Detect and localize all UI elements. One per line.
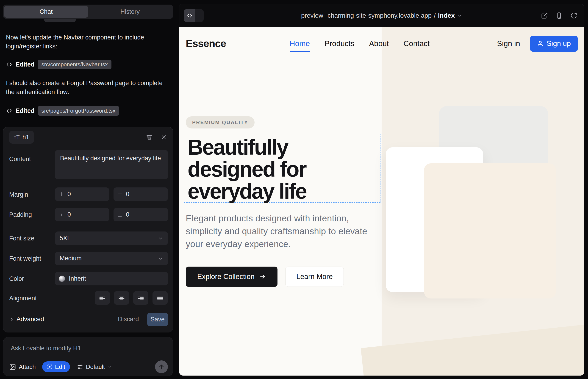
edited-label: Edited <box>15 61 35 68</box>
user-icon <box>537 40 543 47</box>
font-weight-label: Font weight <box>9 255 41 262</box>
quality-badge: PREMIUM QUALITY <box>186 116 255 128</box>
align-justify-icon[interactable] <box>153 291 168 305</box>
preview-browser-window: preview--charming-site-symphony.lovable.… <box>179 4 584 376</box>
refresh-icon[interactable] <box>570 12 577 19</box>
edit-mode-button[interactable]: Edit <box>42 361 70 372</box>
nav-link-home[interactable]: Home <box>290 39 310 48</box>
chat-panel: Chat History Now let's update the Navbar… <box>0 0 179 379</box>
margin-horizontal-icon <box>59 191 64 197</box>
tab-history[interactable]: History <box>88 6 172 18</box>
typography-icon: тT <box>14 134 20 141</box>
margin-x-input[interactable] <box>67 191 106 198</box>
hero-cta-row: Explore Collection Learn More <box>186 267 344 287</box>
color-swatch-icon <box>59 276 65 282</box>
url-separator: / <box>434 12 436 19</box>
file-badge[interactable]: src/pages/ForgotPassword.tsx <box>38 106 119 116</box>
align-center-icon[interactable] <box>114 291 129 305</box>
padding-y-field[interactable] <box>113 208 168 221</box>
address-bar[interactable]: preview--charming-site-symphony.lovable.… <box>179 4 584 27</box>
edited-file-row: Edited src/components/Navbar.tsx <box>6 59 111 70</box>
padding-label: Padding <box>9 211 32 218</box>
decorative-card-beige <box>424 163 556 299</box>
chevron-right-icon <box>9 317 14 322</box>
composer-input[interactable] <box>11 345 164 352</box>
padding-vertical-icon <box>117 212 123 218</box>
selected-element-tag: тT h1 <box>9 131 34 144</box>
nav-link-products[interactable]: Products <box>325 39 354 48</box>
trash-icon[interactable] <box>144 132 154 142</box>
route-name[interactable]: index <box>438 12 455 19</box>
arrow-up-icon <box>158 364 165 370</box>
sign-in-button[interactable]: Sign in <box>497 39 520 48</box>
element-editor-panel: тT h1 Content Beautifully designed for e… <box>3 127 173 332</box>
edited-file-row: Edited src/pages/ForgotPassword.tsx <box>6 106 119 116</box>
advanced-label: Advanced <box>16 316 44 323</box>
code-icon <box>6 61 12 68</box>
padding-x-field[interactable] <box>55 208 109 221</box>
code-icon <box>6 108 12 114</box>
font-size-value: 5XL <box>60 235 71 242</box>
margin-y-field[interactable] <box>113 188 168 201</box>
chevron-down-icon <box>108 364 112 369</box>
margin-x-field[interactable] <box>55 188 109 201</box>
edited-label: Edited <box>15 107 35 114</box>
open-external-icon[interactable] <box>541 12 548 19</box>
padding-x-input[interactable] <box>67 211 106 218</box>
advanced-toggle[interactable]: Advanced <box>9 316 44 323</box>
color-value: Inherit <box>69 275 86 282</box>
padding-horizontal-icon <box>59 212 64 218</box>
site-logo[interactable]: Essence <box>186 27 226 60</box>
margin-vertical-icon <box>117 191 123 197</box>
explore-collection-button[interactable]: Explore Collection <box>186 267 278 287</box>
send-button[interactable] <box>155 360 168 373</box>
hero-heading[interactable]: Beautifully designed for everyday life <box>187 136 378 202</box>
learn-more-button[interactable]: Learn More <box>285 267 344 287</box>
chat-composer: Attach Edit Default <box>3 337 173 376</box>
chat-history-tabs: Chat History <box>3 5 173 19</box>
padding-y-input[interactable] <box>126 211 164 218</box>
default-label: Default <box>86 363 105 371</box>
chevron-down-icon <box>158 236 163 241</box>
target-icon <box>47 364 53 370</box>
arrow-right-icon <box>259 273 266 280</box>
font-weight-select[interactable]: Medium <box>55 252 168 265</box>
font-size-label: Font size <box>9 235 34 242</box>
sign-up-label: Sign up <box>547 39 571 48</box>
assistant-message: Now let's update the Navbar component to… <box>6 33 170 51</box>
margin-y-input[interactable] <box>126 191 164 198</box>
tab-chat[interactable]: Chat <box>4 6 88 18</box>
close-icon[interactable] <box>159 132 169 142</box>
hero-paragraph: Elegant products designed with intention… <box>186 212 369 251</box>
chevron-down-icon <box>457 13 462 18</box>
attach-image-icon <box>9 363 16 370</box>
sliders-icon <box>77 364 83 370</box>
preview-url: preview--charming-site-symphony.lovable.… <box>301 12 432 19</box>
sign-up-button[interactable]: Sign up <box>530 36 578 52</box>
attach-button[interactable]: Attach <box>9 363 36 371</box>
align-right-icon[interactable] <box>133 291 148 305</box>
file-badge[interactable]: src/components/Navbar.tsx <box>38 60 111 69</box>
color-select[interactable]: Inherit <box>55 272 168 285</box>
site-nav: Home Products About Contact <box>290 27 430 60</box>
nav-link-about[interactable]: About <box>369 39 389 48</box>
auth-actions: Sign in Sign up <box>497 27 578 60</box>
content-input[interactable]: Beautifully designed for everyday life <box>55 150 168 179</box>
alignment-label: Alignment <box>9 295 37 302</box>
explore-label: Explore Collection <box>197 272 255 281</box>
browser-actions <box>541 4 577 27</box>
chevron-down-icon <box>158 256 163 261</box>
tag-name: h1 <box>22 134 29 141</box>
color-label: Color <box>9 275 24 283</box>
nav-link-contact[interactable]: Contact <box>404 39 430 48</box>
content-label: Content <box>9 156 31 163</box>
save-button[interactable]: Save <box>147 313 168 326</box>
assistant-message: I should also create a Forgot Password p… <box>6 79 170 96</box>
align-left-icon[interactable] <box>95 291 110 305</box>
font-size-select[interactable]: 5XL <box>55 232 168 245</box>
discard-button[interactable]: Discard <box>118 316 139 323</box>
mobile-view-icon[interactable] <box>556 12 563 19</box>
attach-label: Attach <box>19 363 36 371</box>
model-default-selector[interactable]: Default <box>77 363 112 371</box>
site-preview: Essence Home Products About Contact Sign… <box>179 27 584 376</box>
